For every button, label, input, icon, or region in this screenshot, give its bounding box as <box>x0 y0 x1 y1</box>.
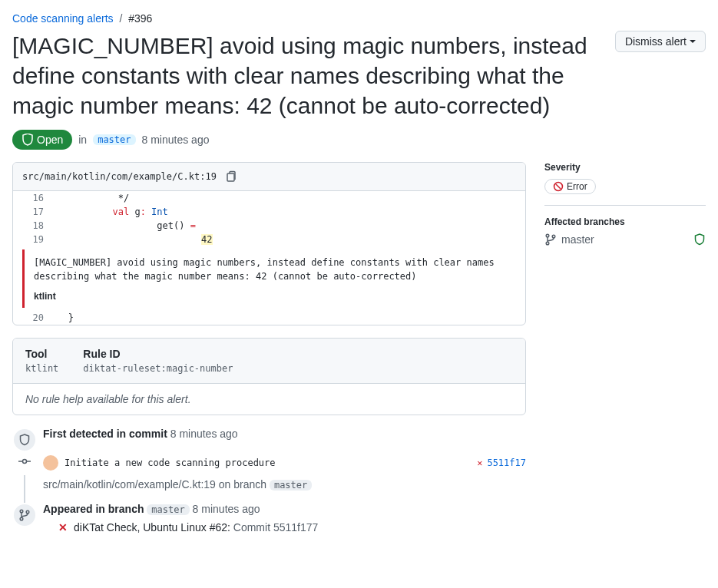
commit-file-path: src/main/kotlin/com/example/C.kt:19 <box>43 478 216 491</box>
shield-icon <box>22 134 34 146</box>
code-lines-after: 20 } <box>13 311 525 325</box>
first-detected-title: First detected in commit 8 minutes ago <box>43 428 526 440</box>
line-number: 17 <box>13 205 51 219</box>
svg-point-3 <box>20 517 23 520</box>
x-icon[interactable]: ✕ <box>477 458 482 468</box>
tool-col: Tool ktlint <box>25 348 58 374</box>
code-line: 18 get() = <box>13 219 525 233</box>
severity-heading: Severity <box>544 162 706 173</box>
breadcrumb-parent-link[interactable]: Code scanning alerts <box>12 12 114 25</box>
affected-branch-name[interactable]: master <box>561 233 594 246</box>
status-time: 8 minutes ago <box>142 134 210 146</box>
timeline: First detected in commit 8 minutes ago I… <box>12 428 526 533</box>
stop-icon <box>553 181 564 192</box>
line-code: } <box>51 311 525 325</box>
svg-point-7 <box>546 242 549 245</box>
tool-label: Tool <box>25 348 58 360</box>
commit-sha-link[interactable]: 5511f17 <box>487 458 526 468</box>
commit-icon <box>18 455 31 467</box>
shield-icon <box>693 233 706 246</box>
breadcrumb-separator: / <box>119 12 122 25</box>
commit-file-path-row: src/main/kotlin/com/example/C.kt:19 on b… <box>43 478 526 491</box>
code-line: 20 } <box>13 311 525 325</box>
alert-message-text: [MAGIC_NUMBER] avoid using magic numbers… <box>34 256 507 283</box>
x-icon[interactable]: ✕ <box>58 521 68 533</box>
inline-alert-message: [MAGIC_NUMBER] avoid using magic numbers… <box>22 249 516 308</box>
timeline-badge-branch <box>12 503 37 527</box>
commit-message[interactable]: Initiate a new code scanning procedure <box>65 458 471 468</box>
code-line: 19 42 <box>13 233 525 246</box>
first-detected-label: First detected in commit <box>43 428 167 440</box>
state-label: Open <box>37 134 63 146</box>
rule-meta-panel: Tool ktlint Rule ID diktat-ruleset:magic… <box>12 338 526 415</box>
dismiss-alert-label: Dismiss alert <box>625 35 687 48</box>
check-row: ✕ diKTat Check, Ubuntu Linux #62: Commit… <box>43 521 526 533</box>
commit-sha-group: ✕ 5511f17 <box>477 458 526 468</box>
line-number: 18 <box>13 219 51 233</box>
sidebar: Severity Error Affected branches master <box>544 162 706 246</box>
appeared-label: Appeared in branch <box>43 503 144 515</box>
svg-point-2 <box>20 510 23 513</box>
timeline-commit: Initiate a new code scanning procedure ✕… <box>12 452 526 491</box>
appeared-branch-pill[interactable]: master <box>147 504 189 515</box>
on-branch-text: on branch <box>219 478 266 491</box>
line-number: 19 <box>13 233 51 246</box>
appeared-title-row: Appeared in branch master 8 minutes ago <box>43 503 526 515</box>
line-number: 16 <box>13 191 51 205</box>
line-number: 20 <box>13 311 51 325</box>
rule-meta-row: Tool ktlint Rule ID diktat-ruleset:magic… <box>13 339 525 384</box>
shield-icon <box>18 434 31 446</box>
timeline-first-detected: First detected in commit 8 minutes ago <box>12 428 526 440</box>
severity-pill: Error <box>544 179 596 194</box>
tool-value: ktlint <box>25 363 58 374</box>
copy-path-button[interactable] <box>223 169 238 184</box>
affected-branches-heading: Affected branches <box>544 216 706 227</box>
svg-point-6 <box>546 234 549 237</box>
status-branch-pill[interactable]: master <box>93 134 135 145</box>
code-panel: src/main/kotlin/com/example/C.kt:19 16 *… <box>12 162 526 325</box>
line-code: 42 <box>51 233 525 246</box>
no-rule-help-text: No rule help available for this alert. <box>13 384 525 415</box>
code-lines: 16 */17 val g: Int18 get() =19 42 <box>13 191 525 246</box>
dismiss-alert-button[interactable]: Dismiss alert <box>615 31 706 52</box>
affected-branches-section: Affected branches master <box>544 216 706 246</box>
timeline-badge-shield <box>12 428 37 452</box>
check-name[interactable]: diKTat Check, Ubuntu Linux #62: Commit 5… <box>74 521 318 533</box>
alert-title: [MAGIC_NUMBER] avoid using magic numbers… <box>12 31 603 121</box>
appeared-time: 8 minutes ago <box>193 503 260 515</box>
breadcrumb: Code scanning alerts / #396 <box>12 12 706 25</box>
svg-rect-0 <box>227 173 234 181</box>
first-detected-time: 8 minutes ago <box>170 428 238 440</box>
state-badge-open: Open <box>12 130 72 150</box>
breadcrumb-current: #396 <box>128 12 152 25</box>
copy-icon <box>224 170 237 183</box>
avatar[interactable] <box>43 455 58 471</box>
timeline-badge-commit <box>15 452 34 471</box>
line-code: get() = <box>51 219 525 233</box>
rule-value: diktat-ruleset:magic-number <box>83 363 233 374</box>
affected-branch-row: master <box>544 233 706 246</box>
timeline-appeared: Appeared in branch master 8 minutes ago … <box>12 503 526 533</box>
severity-section: Severity Error <box>544 162 706 206</box>
alert-tool-name: ktlint <box>34 291 507 302</box>
git-branch-icon <box>544 233 557 246</box>
severity-value: Error <box>567 181 587 192</box>
code-panel-header: src/main/kotlin/com/example/C.kt:19 <box>13 163 525 191</box>
code-line: 16 */ <box>13 191 525 205</box>
file-path: src/main/kotlin/com/example/C.kt:19 <box>22 171 217 182</box>
caret-down-icon <box>690 40 696 43</box>
status-row: Open in master 8 minutes ago <box>12 130 706 150</box>
svg-point-1 <box>23 460 27 464</box>
git-branch-icon <box>18 509 31 521</box>
svg-point-4 <box>26 510 29 514</box>
status-in-text: in <box>78 134 87 146</box>
rule-col: Rule ID diktat-ruleset:magic-number <box>83 348 233 374</box>
svg-point-8 <box>552 235 555 238</box>
line-code: val g: Int <box>51 205 525 219</box>
code-line: 17 val g: Int <box>13 205 525 219</box>
timeline-connector <box>24 475 25 503</box>
rule-label: Rule ID <box>83 348 233 360</box>
commit-branch-pill[interactable]: master <box>270 480 312 491</box>
line-code: */ <box>51 191 525 205</box>
